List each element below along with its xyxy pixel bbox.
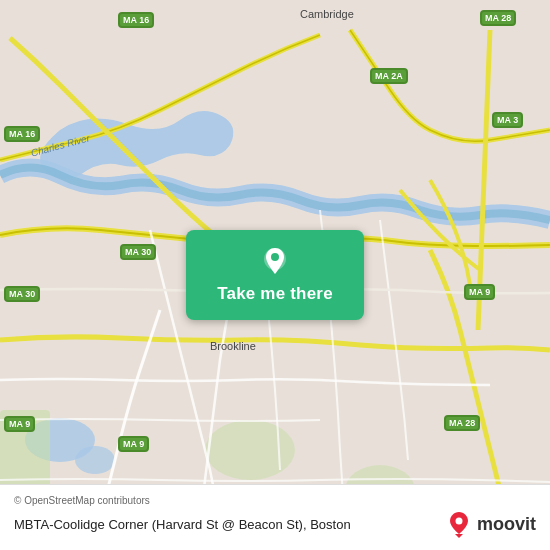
take-me-there-button[interactable]: Take me there bbox=[186, 230, 364, 320]
shield-ma28-top: MA 28 bbox=[480, 10, 516, 26]
svg-point-6 bbox=[271, 253, 279, 261]
shield-ma9-bottom-mid: MA 9 bbox=[118, 436, 149, 452]
location-name-text: MBTA-Coolidge Corner (Harvard St @ Beaco… bbox=[14, 517, 307, 532]
location-name: MBTA-Coolidge Corner (Harvard St @ Beaco… bbox=[14, 517, 445, 532]
take-me-there-label: Take me there bbox=[217, 284, 333, 304]
svg-point-3 bbox=[205, 420, 295, 480]
shield-ma16-top: MA 16 bbox=[118, 12, 154, 28]
shield-ma9-bottom-left: MA 9 bbox=[4, 416, 35, 432]
shield-ma2a: MA 2A bbox=[370, 68, 408, 84]
map-container: Cambridge Brookline Charles River MA 16 … bbox=[0, 0, 550, 550]
info-bar: © OpenStreetMap contributors MBTA-Coolid… bbox=[0, 484, 550, 550]
moovit-logo-text: moovit bbox=[477, 514, 536, 535]
copyright-text: © OpenStreetMap contributors bbox=[14, 495, 536, 506]
location-pin-icon bbox=[259, 246, 291, 278]
shield-ma9-right: MA 9 bbox=[464, 284, 495, 300]
shield-ma28-bottom: MA 28 bbox=[444, 415, 480, 431]
svg-point-1 bbox=[75, 446, 115, 474]
shield-ma16-left: MA 16 bbox=[4, 126, 40, 142]
shield-ma3: MA 3 bbox=[492, 112, 523, 128]
moovit-logo: moovit bbox=[445, 510, 536, 538]
shield-ma30-top: MA 30 bbox=[120, 244, 156, 260]
city-text: Boston bbox=[310, 517, 350, 532]
moovit-marker-icon bbox=[445, 510, 473, 538]
svg-point-7 bbox=[455, 518, 462, 525]
location-row: MBTA-Coolidge Corner (Harvard St @ Beaco… bbox=[14, 510, 536, 538]
shield-ma30-left: MA 30 bbox=[4, 286, 40, 302]
